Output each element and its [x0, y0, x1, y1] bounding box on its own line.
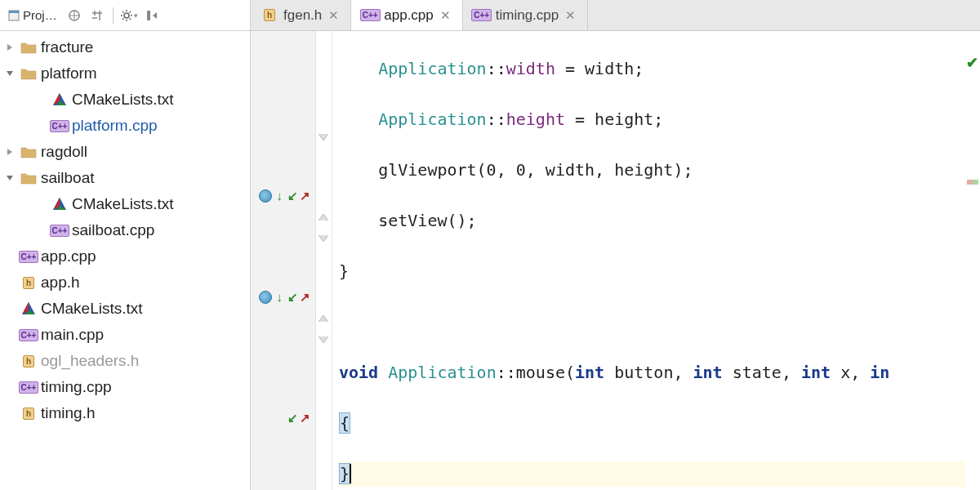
svg-rect-1 [9, 11, 19, 13]
error-stripe[interactable]: ✔ [965, 31, 980, 490]
tree-arrow-icon[interactable] [3, 174, 16, 182]
tree-item-cmakelists-txt[interactable]: CMakeLists.txt [0, 296, 250, 322]
cpp-icon: C++ [51, 118, 69, 134]
cpp-icon: C++ [20, 327, 38, 343]
tree-arrow-icon[interactable] [3, 148, 16, 156]
arrow-down-icon: ↓ [277, 290, 283, 304]
sidebar-title-text: Proj… [23, 8, 57, 22]
arrow-down-icon: ↓ [277, 189, 283, 203]
editor-area: hfgen.h✕C++app.cpp✕C++timing.cpp✕ ↓ ↙↗ ↓… [251, 0, 980, 490]
fold-gutter[interactable] [316, 31, 332, 490]
tree-item-label: platform.cpp [72, 117, 158, 135]
tree-item-app-cpp[interactable]: C++app.cpp [0, 243, 250, 270]
h-icon: h [20, 274, 38, 291]
vcs-change-marker[interactable]: ↓ ↙↗ [251, 284, 315, 310]
tree-item-label: app.cpp [41, 247, 96, 265]
tab-label: app.cpp [384, 7, 434, 24]
tab-label: timing.cpp [496, 7, 559, 24]
tree-item-main-cpp[interactable]: C++main.cpp [0, 322, 250, 348]
folder-icon [20, 170, 38, 186]
sidebar-title[interactable]: Proj… [5, 7, 60, 24]
tree-item-cmakelists-txt[interactable]: CMakeLists.txt [0, 87, 250, 113]
fold-start-icon[interactable] [317, 310, 332, 325]
hide-icon[interactable] [143, 7, 161, 24]
scope-icon[interactable] [65, 7, 83, 24]
tree-item-label: platform [41, 65, 97, 82]
tree-item-label: main.cpp [41, 326, 104, 344]
cmake-icon [51, 91, 69, 108]
project-icon [8, 10, 20, 21]
cmake-icon [20, 301, 38, 317]
sidebar-toolbar: Proj… ▾ [0, 0, 250, 31]
project-tree[interactable]: fractureplatformCMakeLists.txtC++platfor… [0, 31, 250, 490]
tree-item-label: timing.cpp [41, 378, 112, 396]
close-icon[interactable]: ✕ [439, 7, 452, 24]
tree-item-fracture[interactable]: fracture [0, 34, 250, 60]
tree-item-ogl_headers-h[interactable]: hogl_headers.h [0, 348, 250, 374]
vcs-dot-icon [259, 189, 272, 203]
cpp-icon: C++ [20, 248, 38, 265]
tree-item-label: CMakeLists.txt [41, 300, 143, 318]
vcs-change-marker[interactable]: ↙↗ [251, 405, 315, 430]
folder-icon [20, 65, 38, 82]
tree-item-platform[interactable]: platform [0, 60, 250, 87]
code-editor[interactable]: Application::width = width; Application:… [332, 31, 965, 490]
tab-fgen-h[interactable]: hfgen.h✕ [251, 0, 351, 30]
tree-item-label: CMakeLists.txt [72, 195, 174, 213]
tab-app-cpp[interactable]: C++app.cpp✕ [351, 0, 463, 30]
editor-gutter[interactable]: ↓ ↙↗ ↓ ↙↗ ↙↗ [251, 31, 316, 490]
tree-item-label: ogl_headers.h [41, 352, 139, 370]
editor-tabbar: hfgen.h✕C++app.cpp✕C++timing.cpp✕ [251, 0, 980, 31]
tree-item-cmakelists-txt[interactable]: CMakeLists.txt [0, 191, 250, 217]
h-icon: h [20, 353, 38, 369]
close-icon[interactable]: ✕ [564, 7, 577, 24]
editor-body: ↓ ↙↗ ↓ ↙↗ ↙↗ Application::width = widt [251, 31, 980, 490]
collapse-icon[interactable] [88, 7, 106, 24]
tree-item-sailboat[interactable]: sailboat [0, 165, 250, 191]
text-caret [350, 464, 351, 483]
tree-item-label: fracture [41, 38, 93, 56]
tab-label: fgen.h [283, 7, 322, 24]
fold-end-icon[interactable] [317, 234, 332, 248]
tab-timing-cpp[interactable]: C++timing.cpp✕ [463, 0, 588, 30]
stripe-marker[interactable] [967, 180, 978, 185]
cpp-icon: C++ [473, 7, 491, 24]
h-icon: h [261, 7, 278, 24]
tree-item-timing-h[interactable]: htiming.h [0, 400, 250, 426]
svg-rect-6 [147, 11, 150, 20]
vcs-change-marker[interactable]: ↓ ↙↗ [251, 183, 315, 208]
tree-item-label: sailboat [41, 169, 95, 187]
close-icon[interactable]: ✕ [327, 7, 341, 24]
cpp-icon: C++ [361, 7, 379, 24]
fold-start-icon[interactable] [317, 209, 332, 224]
tree-item-timing-cpp[interactable]: C++timing.cpp [0, 374, 250, 400]
tree-item-label: app.h [41, 274, 80, 292]
tree-item-sailboat-cpp[interactable]: C++sailboat.cpp [0, 217, 250, 243]
tree-item-label: timing.h [41, 404, 96, 422]
tree-item-label: CMakeLists.txt [72, 91, 174, 109]
fold-end-icon[interactable] [317, 335, 332, 350]
analysis-ok-icon: ✔ [966, 54, 978, 72]
tree-item-platform-cpp[interactable]: C++platform.cpp [0, 113, 250, 139]
folder-icon [20, 39, 38, 56]
cmake-icon [51, 196, 69, 212]
project-sidebar: Proj… ▾ fractureplatformCMakeLists.txtC+… [0, 0, 251, 490]
settings-icon[interactable]: ▾ [120, 7, 138, 24]
folder-icon [20, 144, 38, 160]
cpp-icon: C++ [20, 379, 38, 395]
tree-item-app-h[interactable]: happ.h [0, 270, 250, 296]
tree-item-ragdoll[interactable]: ragdoll [0, 139, 250, 165]
tree-arrow-icon[interactable] [3, 43, 16, 51]
tree-arrow-icon[interactable] [3, 69, 16, 78]
tree-item-label: ragdoll [41, 143, 87, 161]
h-icon: h [20, 405, 38, 421]
cpp-icon: C++ [51, 222, 69, 238]
svg-point-5 [124, 13, 129, 18]
fold-end-icon[interactable] [317, 132, 332, 147]
tree-item-label: sailboat.cpp [72, 221, 154, 239]
vcs-dot-icon [259, 291, 272, 304]
